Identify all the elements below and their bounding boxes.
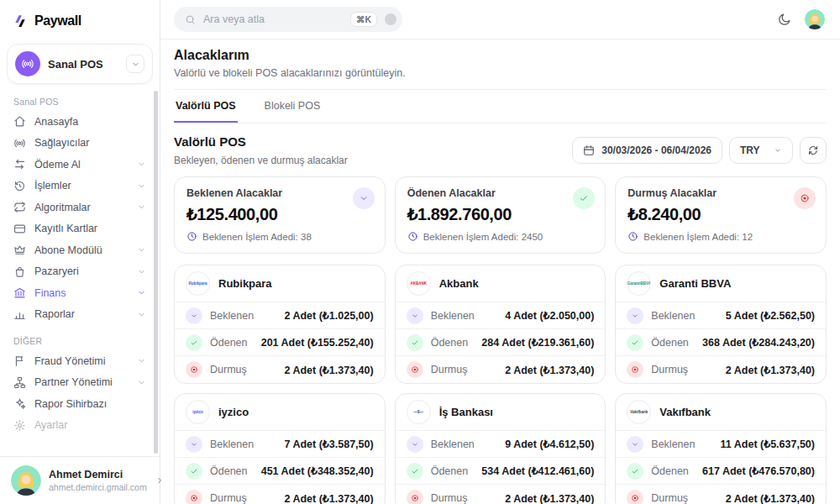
search-icon [185,14,196,25]
row-label: Beklenen [431,438,475,450]
transfer-icon [13,158,26,171]
bank-row-durmuş: Durmuş 2 Adet (₺1.373,40) [175,356,385,383]
record-icon [407,361,423,378]
row-label: Durmuş [431,364,468,375]
bank-card-vakıfbank: Vakıfbank Vakıfbank Beklenen 11 Adet (₺5… [615,393,827,504]
summary-amount: ₺8.240,00 [627,204,814,224]
bank-name: Garanti BBVA [659,277,731,290]
row-label: Durmuş [210,364,247,375]
section-header: Valörlü POS Bekleyen, ödenen ve durmuş a… [174,134,827,166]
chevron-down-icon [137,288,146,297]
sidebar-item-finans[interactable]: Finans [0,282,160,304]
row-label: Durmuş [431,492,468,504]
dark-mode-toggle[interactable] [777,13,791,27]
summary-card-beklenen-alacaklar: Beklenen Alacaklar ₺125.400,00 Beklenen … [174,176,386,254]
sparkles-icon [13,397,26,410]
sidebar-item-label: Ödeme Al [34,159,81,171]
bank-logo: AKBANK [407,271,431,296]
row-label: Beklenen [651,310,695,322]
sidebar-item-partner-yönetimi[interactable]: Partner Yönetimi [0,372,160,394]
sidebar-item-ayarlar[interactable]: Ayarlar [0,415,160,437]
bank-card-garanti-bbva: GarantiBBVA Garanti BBVA Beklenen 5 Adet… [615,265,827,384]
sidebar-item-anasayfa[interactable]: Anasayfa [0,111,160,133]
search-input[interactable]: Ara veya atla ⌘K [174,7,402,32]
currency-select[interactable]: TRY [729,137,793,164]
sidebar-item-fraud-yönetimi[interactable]: Fraud Yönetimi [0,350,160,372]
row-label: Ödenen [431,337,468,349]
sidebar-item-label: Sağlayıcılar [34,137,89,149]
brand-logo: Paywall [0,0,160,37]
sidebar-item-label: Raporlar [34,308,75,320]
sidebar-item-ödeme-al[interactable]: Ödeme Al [0,154,160,176]
workspace-selector[interactable]: Sanal POS [7,44,153,84]
record-icon [794,187,816,209]
row-value: 617 Adet (₺476.570,80) [702,465,815,477]
chevron-right-icon [155,475,165,486]
bank-card-i̇ş-bankası: —$— İş Bankası Beklenen 9 Adet (₺4.612,5… [395,393,606,504]
bank-row-beklenen: Beklenen 7 Adet (₺3.587,50) [175,431,385,458]
tab-blokeli-pos[interactable]: Blokeli POS [263,90,323,123]
section-subtitle: Bekleyen, ödenen ve durmuş alacaklar [174,155,348,166]
bank-row-durmuş: Durmuş 2 Adet (₺1.373,40) [616,356,826,383]
search-hint-icon [385,13,396,25]
row-value: 9 Adet (₺4.612,50) [505,438,594,450]
gear-icon [13,419,26,432]
sidebar-item-i̇şlemler[interactable]: İşlemler [0,176,160,197]
chevron-down-icon [137,356,146,365]
row-value: 2 Adet (₺1.373,40) [505,492,594,504]
bank-logo: GarantiBBVA [627,271,651,296]
summary-meta: Beklenen İşlem Adedi: 12 [643,232,753,242]
sidebar-section-label: Sanal POS [0,86,160,111]
sidebar-item-abone-modülü[interactable]: Abone Modülü [0,239,160,261]
sidebar-item-algoritmalar[interactable]: Algoritmalar [0,197,160,218]
bank-name: iyzico [218,406,249,418]
app-window: Paywall Sanal POS Sanal POS Anasayfa Sağ… [0,0,840,504]
repeat-icon [13,201,26,213]
clock-icon [186,231,197,242]
chevron-down-icon[interactable] [126,55,144,73]
summary-card-durmuş-alacaklar: Durmuş Alacaklar ₺8.240,00 Beklenen İşle… [615,176,827,254]
record-icon [186,361,202,378]
bank-logo: Rubikpara [186,271,210,296]
row-value: 2 Adet (₺1.373,40) [285,492,374,504]
row-label: Ödenen [210,465,247,477]
row-value: 451 Adet (₺348.352,40) [261,465,374,477]
chevron-down-icon [774,146,782,155]
bank-row-beklenen: Beklenen 4 Adet (₺2.050,00) [396,302,606,329]
sidebar-item-raporlar[interactable]: Raporlar [0,304,160,326]
bank-row-durmuş: Durmuş 2 Adet (₺1.373,40) [175,485,385,504]
refresh-button[interactable] [800,137,827,164]
pos-broadcast-icon [15,51,40,76]
bank-row-durmuş: Durmuş 2 Adet (₺1.373,40) [616,485,826,504]
bank-row-durmuş: Durmuş 2 Adet (₺1.373,40) [396,485,606,504]
calendar-icon [583,144,595,156]
bank-icon [13,286,26,299]
hierarchy-icon [13,376,26,389]
record-icon [627,361,643,378]
chevron-down-icon [137,160,146,169]
date-range-picker[interactable]: 30/03/2026 - 06/04/2026 [572,137,722,164]
topbar-avatar[interactable] [805,9,825,29]
record-icon [186,490,202,504]
tab-valörlü-pos[interactable]: Valörlü POS [174,90,238,123]
row-value: 201 Adet (₺155.252,40) [261,336,374,349]
user-card[interactable]: Ahmet Demirci ahmet.demirci.gmail.com [0,456,160,504]
bank-row-ödenen: Ödenen 451 Adet (₺348.352,40) [175,458,385,485]
chart-icon [13,308,26,321]
sidebar-scrollbar[interactable] [154,91,158,454]
summary-meta: Beklenen İşlem Adedi: 2450 [423,232,543,242]
bank-logo: —$— [407,400,431,424]
bank-row-ödenen: Ödenen 284 Adet (₺219.361,60) [396,329,606,356]
sidebar-item-sağlayıcılar[interactable]: Sağlayıcılar [0,133,160,155]
sidebar-item-label: Finans [34,287,66,299]
bank-name: Rubikpara [218,277,272,290]
sidebar-item-label: Fraud Yönetimi [34,355,106,367]
sidebar-item-kayıtlı-kartlar[interactable]: Kayıtlı Kartlar [0,218,160,240]
summary-cards: Beklenen Alacaklar ₺125.400,00 Beklenen … [174,176,827,254]
topbar: Ara veya atla ⌘K [160,0,840,39]
row-label: Ödenen [431,465,468,477]
row-value: 2 Adet (₺1.373,40) [505,364,594,376]
sidebar-item-rapor-sihirbazı[interactable]: Rapor Sihirbazı [0,393,160,415]
row-label: Beklenen [210,310,254,322]
sidebar-item-pazaryeri[interactable]: Pazaryeri [0,261,160,283]
